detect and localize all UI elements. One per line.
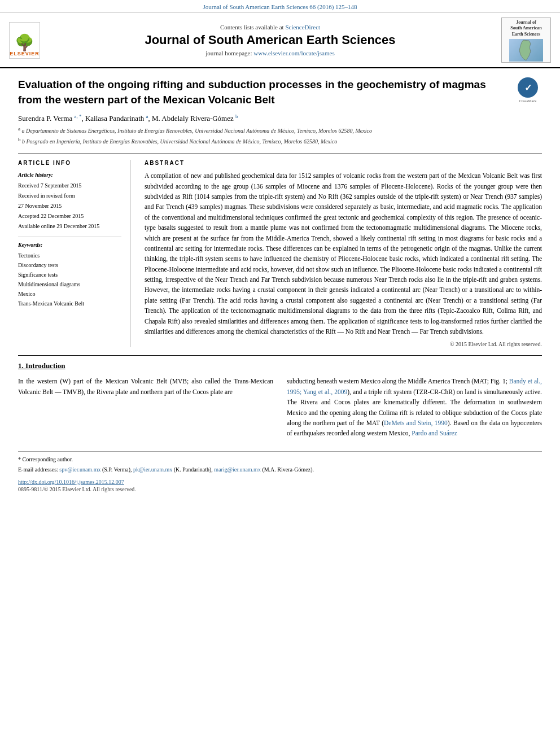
affiliation-b: b b Posgrado en Ingeniería, Instituto de…: [18, 136, 542, 146]
right-journal-logo-area: Journal ofSouth AmericanEarth Sciences: [500, 18, 551, 63]
ref-bandy[interactable]: Bandy et al., 1995; Yang et al., 2009: [287, 378, 542, 395]
thumb-journal-title: Journal ofSouth AmericanEarth Sciences: [504, 20, 549, 37]
abstract-text: A compilation of new and published geoch…: [145, 171, 542, 337]
affil-sup-a: a: [18, 126, 20, 132]
introduction-heading: 1. Introduction: [18, 361, 542, 370]
abstract-label: ABSTRACT: [145, 160, 542, 166]
keyword-5: Mexico: [18, 290, 121, 299]
homepage-label: journal homepage:: [205, 50, 252, 56]
email-footnote: E-mail addresses: spv@ier.unam.mx (S.P. …: [18, 465, 542, 474]
email-pk-name: (K. Pandarinath),: [174, 466, 215, 473]
history-label: Article history:: [18, 171, 121, 180]
elsevier-logo-area: 🌳 ELSEVIER: [9, 22, 40, 59]
keyword-4: Multidimensional diagrams: [18, 280, 121, 289]
journal-title-header: Journal of South American Earth Sciences: [49, 33, 491, 47]
author-verma: Surendra P. Verma a, *, Kailasa Pandarin…: [18, 114, 238, 123]
email-pk[interactable]: pk@ier.unam.mx: [133, 466, 172, 473]
footnotes-section: * Corresponding author. E-mail addresses…: [18, 451, 542, 474]
affiliations: a a Departamento de Sistemas Energéticos…: [18, 125, 542, 146]
map-thumbnail: [509, 39, 543, 62]
south-america-map-svg: [509, 39, 543, 62]
journal-center-info: Contents lists available at ScienceDirec…: [49, 24, 491, 56]
article-info-label: ARTICLE INFO: [18, 160, 121, 166]
affil-sup-b: b: [18, 137, 21, 142]
copyright-line: © 2015 Elsevier Ltd. All rights reserved…: [145, 341, 542, 347]
journal-thumbnail: Journal ofSouth AmericanEarth Sciences: [501, 18, 551, 63]
affil-b-text: b Posgrado en Ingeniería, Instituto de E…: [22, 138, 337, 145]
abstract-column: ABSTRACT A compilation of new and publis…: [145, 160, 542, 347]
keyword-6: Trans-Mexican Volcanic Belt: [18, 299, 121, 308]
homepage-link[interactable]: www.elsevier.com/locate/jsames: [253, 50, 334, 56]
article-title: Evaluation of the ongoing rifting and su…: [18, 77, 542, 107]
ref-demets[interactable]: DeMets and Stein, 1990: [384, 420, 448, 426]
affiliation-a: a a Departamento de Sistemas Energéticos…: [18, 125, 542, 135]
top-citation-bar: Journal of South American Earth Sciences…: [0, 0, 560, 13]
keyword-2: Discordancy tests: [18, 261, 121, 270]
keyword-1: Tectonics: [18, 251, 121, 260]
intro-para-2: subducting beneath western Mexico along …: [287, 376, 542, 438]
article-info-column: ARTICLE INFO Article history: Received 7…: [18, 160, 131, 347]
issn-line: 0895-9811/© 2015 Elsevier Ltd. All right…: [18, 486, 542, 492]
main-content-area: Evaluation of the ongoing rifting and su…: [0, 68, 560, 501]
crossmark-badge: ✓ CrossMark: [514, 77, 542, 103]
intro-col-right: subducting beneath western Mexico along …: [287, 376, 542, 442]
elsevier-brand: ELSEVIER: [10, 51, 40, 56]
intro-col-left: In the western (W) part of the Mexican V…: [18, 376, 273, 442]
intro-para-1: In the western (W) part of the Mexican V…: [18, 376, 273, 397]
email-sp-name: (S.P. Verma),: [102, 466, 133, 473]
available-date: Available online 29 December 2015: [18, 222, 121, 231]
tree-icon: 🌳: [15, 35, 34, 51]
corresponding-footnote: * Corresponding author.: [18, 455, 542, 464]
ref-pardo[interactable]: Pardo and Suárez: [412, 430, 457, 436]
page-footer: http://dx.doi.org/10.1016/j.jsames.2015.…: [18, 479, 542, 492]
accepted-date: Accepted 22 December 2015: [18, 212, 121, 221]
elsevier-logo: 🌳 ELSEVIER: [9, 22, 40, 59]
sciencedirect-link[interactable]: ScienceDirect: [285, 24, 320, 30]
crossmark-label: CrossMark: [514, 99, 542, 103]
email-spv[interactable]: spv@ier.unam.mx: [59, 466, 100, 473]
keywords-section: Keywords: Tectonics Discordancy tests Si…: [18, 237, 121, 308]
introduction-columns: In the western (W) part of the Mexican V…: [18, 376, 542, 442]
keyword-3: Significance tests: [18, 270, 121, 279]
elsevier-logo-box: 🌳 ELSEVIER: [9, 22, 40, 59]
crossmark-icon: ✓: [518, 77, 538, 98]
article-info-abstract-section: ARTICLE INFO Article history: Received 7…: [18, 154, 542, 347]
contents-available-line: Contents lists available at ScienceDirec…: [49, 24, 491, 30]
doi-link[interactable]: http://dx.doi.org/10.1016/j.jsames.2015.…: [18, 479, 542, 485]
homepage-line: journal homepage: www.elsevier.com/locat…: [49, 50, 491, 56]
email-marig-name: (M.A. Rivera-Gómez).: [262, 466, 314, 473]
article-history: Article history: Received 7 September 20…: [18, 171, 121, 231]
keywords-label: Keywords:: [18, 241, 121, 250]
email-label: E-mail addresses:: [18, 466, 58, 473]
email-marig[interactable]: marig@ier.unam.mx: [214, 466, 261, 473]
contents-label: Contents lists available at: [220, 24, 284, 30]
citation-text: Journal of South American Earth Sciences…: [203, 3, 357, 10]
affil-a-text: a Departamento de Sistemas Energéticos, …: [22, 128, 372, 134]
received-date: Received 7 September 2015: [18, 181, 121, 190]
authors-line: Surendra P. Verma a, *, Kailasa Pandarin…: [18, 113, 542, 123]
received-revised-date: 27 November 2015: [18, 202, 121, 211]
received-revised-label: Received in revised form: [18, 191, 121, 200]
body-section: 1. Introduction In the western (W) part …: [18, 355, 542, 492]
journal-header: 🌳 ELSEVIER Contents lists available at S…: [0, 13, 560, 68]
